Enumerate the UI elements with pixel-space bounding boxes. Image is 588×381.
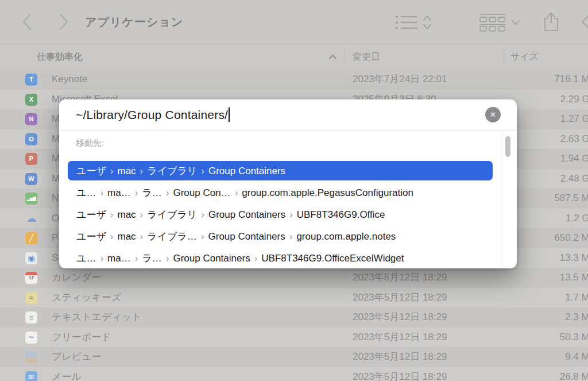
word-icon-glyph: W — [28, 176, 34, 182]
close-icon: ✕ — [490, 110, 496, 119]
file-size: 9.4 MB — [565, 347, 588, 367]
file-size: 50.3 MB — [560, 328, 588, 348]
file-size: 13.3 MB — [560, 248, 588, 268]
chevron-separator-icon: › — [110, 166, 114, 176]
chevron-separator-icon: › — [110, 231, 114, 242]
calendar-icon: 17 — [25, 272, 37, 284]
file-size: 2.29 GB — [560, 90, 588, 110]
numbers-icon: ▂▅▇ — [25, 193, 37, 205]
path-suggestion[interactable]: ユーザ›mac›ライブラリ›Group Containers›UBF8T346G… — [68, 205, 493, 224]
path-segment: Group Containers — [208, 209, 285, 220]
chevron-separator-icon: › — [135, 253, 138, 264]
mail-icon-glyph: ✉ — [29, 374, 34, 380]
file-name: テキストエディット — [52, 307, 142, 328]
file-size: 650.2 MB — [554, 228, 588, 248]
file-size: 1.27 GB — [560, 109, 588, 129]
table-row[interactable]: プレビュー 2023年5月12日 18:29 9.4 MB — [0, 347, 588, 367]
chevron-separator-icon: › — [201, 231, 204, 242]
pages-icon-glyph: ╱ — [29, 234, 34, 242]
path-segment: group.com.apple.notes — [296, 231, 396, 242]
chevron-separator-icon: › — [289, 231, 293, 242]
suggestion-list: ユーザ›mac›ライブラリ›Group Containers ユ…›ma…›ラ…… — [68, 161, 493, 270]
file-size: 26.8 MB — [560, 367, 588, 381]
table-row[interactable]: ≡ テキストエディット 2023年5月12日 18:29 2.3 MB — [0, 307, 588, 328]
chevron-separator-icon: › — [201, 166, 204, 176]
path-segment: ラ… — [142, 187, 161, 198]
forward-button[interactable] — [56, 13, 70, 31]
table-row[interactable]: ✉ メール 2023年5月12日 18:29 26.8 MB — [0, 367, 588, 381]
outlook-icon-glyph: O — [29, 136, 34, 143]
path-segment: Group Containers — [173, 253, 250, 264]
excel-icon: X — [25, 94, 37, 106]
file-name: スティッキーズ — [52, 288, 121, 308]
group-by-grid-icon — [479, 13, 521, 32]
path-segment: ma… — [107, 253, 131, 264]
scrollbar-divider — [501, 130, 501, 268]
destination-label: 移動先: — [76, 138, 104, 149]
table-row[interactable]: ≈ スティッキーズ 2023年5月12日 18:29 1.7 MB — [0, 288, 588, 308]
column-divider — [345, 49, 345, 64]
list-view-sort-button[interactable] — [395, 14, 435, 31]
scrollbar-thumb[interactable] — [505, 136, 510, 157]
column-header-date[interactable]: 変更日 — [353, 44, 380, 70]
partial-chevron-icon — [579, 13, 588, 31]
preview-icon — [25, 351, 37, 363]
column-header-size[interactable]: サイズ — [510, 44, 539, 70]
close-button[interactable]: ✕ — [485, 107, 501, 122]
table-row[interactable]: ~ フリーボード 2023年5月12日 18:29 50.3 MB — [0, 328, 588, 348]
stickies-icon-glyph: ≈ — [29, 294, 33, 301]
sort-ascending-icon — [328, 54, 337, 60]
path-segment: Group Containers — [208, 166, 285, 176]
textedit-icon-glyph: ≡ — [29, 314, 33, 321]
chevron-separator-icon: › — [166, 187, 169, 198]
share-button[interactable] — [541, 11, 562, 33]
chevron-separator-icon: › — [166, 253, 169, 264]
outlook-icon: O — [25, 133, 37, 145]
table-row[interactable]: T Keynote 2023年7月24日 22:01 716.1 MB — [0, 70, 588, 90]
path-suggestion[interactable]: ユ…›ma…›ラ…›Group Con…›group.com.apple.Peg… — [68, 183, 493, 202]
file-modified-date: 2023年5月12日 18:29 — [353, 367, 447, 381]
file-size: 2.48 GB — [560, 169, 588, 189]
path-segment: ユーザ — [76, 231, 106, 242]
keynote-icon: T — [25, 74, 37, 86]
chevron-right-icon — [56, 13, 70, 31]
path-segment: ma… — [107, 187, 131, 198]
word-icon: W — [25, 173, 37, 185]
file-modified-date: 2023年5月12日 18:29 — [353, 347, 447, 367]
file-name: メール — [52, 367, 82, 381]
safari-icon: ◉ — [25, 252, 37, 264]
column-header: 仕事効率化 変更日 サイズ — [0, 44, 588, 70]
table-row[interactable]: 17 カレンダー 2023年5月12日 18:29 13.5 MB — [0, 268, 588, 288]
path-suggestion[interactable]: ユ…›ma…›ラ…›Group Containers›UBF8T346G9.Of… — [68, 248, 493, 268]
file-name: プレビュー — [52, 347, 102, 367]
calendar-icon-glyph: 17 — [29, 276, 34, 280]
onenote-icon-glyph: N — [29, 116, 34, 122]
column-header-name[interactable]: 仕事効率化 — [37, 44, 83, 70]
chevron-separator-icon: › — [110, 209, 114, 220]
path-segment: UBF8T346G9.OfficeExcelWidget — [261, 253, 404, 264]
chevron-separator-icon: › — [254, 253, 258, 264]
column-divider — [504, 49, 504, 64]
list-view-sort-icon — [395, 14, 435, 31]
chevron-separator-icon: › — [289, 209, 293, 220]
path-suggestion[interactable]: ユーザ›mac›ライブラ…›Group Containers›group.com… — [68, 226, 493, 246]
powerpoint-icon-glyph: P — [29, 156, 33, 162]
path-segment: ライブラ… — [147, 231, 197, 242]
path-segment: ラ… — [142, 253, 161, 264]
file-modified-date: 2023年7月24日 22:01 — [353, 70, 447, 90]
file-modified-date: 2023年5月12日 18:29 — [353, 268, 447, 288]
back-button[interactable] — [21, 13, 34, 31]
textedit-icon: ≡ — [25, 311, 37, 324]
keynote-icon-glyph: T — [29, 76, 33, 83]
path-suggestion[interactable]: ユーザ›mac›ライブラリ›Group Containers — [68, 161, 493, 180]
chevron-separator-icon: › — [135, 187, 138, 198]
chevron-separator-icon: › — [140, 166, 144, 176]
partial-toolbar-icon[interactable] — [579, 13, 588, 31]
path-input[interactable]: ~/Library/Group Containers/ ✕ — [59, 99, 517, 130]
freeform-icon-glyph: ~ — [29, 333, 34, 342]
chevron-separator-icon: › — [140, 209, 144, 220]
path-segment: ユ… — [76, 187, 96, 198]
path-segment: Group Containers — [208, 231, 285, 242]
chevron-separator-icon: › — [201, 209, 204, 220]
group-by-button[interactable] — [479, 13, 521, 32]
